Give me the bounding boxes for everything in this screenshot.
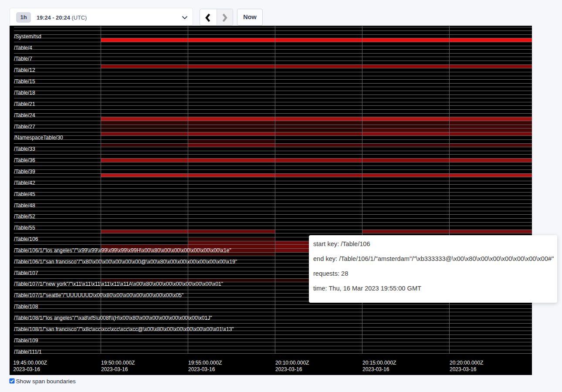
svg-text:/Table/48: /Table/48 [14, 202, 35, 208]
svg-text:/Table/21: /Table/21 [14, 101, 35, 107]
svg-text:/Table/27: /Table/27 [14, 123, 35, 129]
svg-text:2023-03-16: 2023-03-16 [101, 366, 128, 372]
svg-text:19:45:00.000Z: 19:45:00.000Z [13, 359, 47, 365]
svg-text:/Table/33: /Table/33 [14, 146, 35, 152]
svg-text:/NamespaceTable/30: /NamespaceTable/30 [14, 135, 63, 141]
svg-text:/Table/106/1/"los angeles"/"\x: /Table/106/1/"los angeles"/"\x99\x99\x99… [14, 247, 231, 253]
svg-text:/Table/4: /Table/4 [14, 44, 32, 51]
svg-text:/Table/42: /Table/42 [14, 179, 35, 186]
svg-text:/System/tsd: /System/tsd [14, 33, 41, 39]
svg-text:/Table/106/1/"san francisco"/": /Table/106/1/"san francisco"/"\x80\x00\x… [14, 258, 237, 264]
svg-text:/Table/18: /Table/18 [14, 90, 35, 96]
svg-text:20:15:00.000Z: 20:15:00.000Z [362, 359, 396, 365]
svg-text:/Table/108/1/"los angeles"/"\x: /Table/108/1/"los angeles"/"\xa8\xf5\u00… [14, 315, 212, 321]
svg-text:/Table/108/1/"san francisco"/": /Table/108/1/"san francisco"/"\x8c\xcc\x… [14, 326, 234, 332]
svg-text:/Table/7: /Table/7 [14, 56, 32, 62]
svg-text:2023-03-16: 2023-03-16 [188, 366, 215, 372]
svg-text:/Table/106: /Table/106 [14, 236, 38, 242]
svg-text:/Table/12: /Table/12 [14, 67, 35, 73]
svg-text:19:55:00.000Z: 19:55:00.000Z [188, 359, 222, 365]
svg-text:2023-03-16: 2023-03-16 [450, 366, 477, 372]
svg-text:/Table/39: /Table/39 [14, 168, 35, 174]
svg-text:19:50:00.000Z: 19:50:00.000Z [101, 359, 135, 365]
svg-text:/Table/109: /Table/109 [14, 337, 38, 343]
svg-text:/Table/55: /Table/55 [14, 225, 35, 231]
svg-text:2023-03-16: 2023-03-16 [275, 366, 302, 372]
svg-text:/Table/24: /Table/24 [14, 112, 35, 118]
svg-text:/Table/36: /Table/36 [14, 157, 35, 163]
svg-text:20:20:00.000Z: 20:20:00.000Z [450, 359, 483, 365]
svg-text:/Table/108: /Table/108 [14, 304, 38, 310]
svg-text:/Table/107: /Table/107 [14, 270, 38, 276]
svg-text:/Table/52: /Table/52 [14, 213, 35, 220]
svg-text:/Table/45: /Table/45 [14, 191, 35, 197]
svg-text:/Table/107/1/"seattle"/"UUUUUU: /Table/107/1/"seattle"/"UUUUUUD\x00\x80\… [14, 292, 183, 298]
svg-text:2023-03-16: 2023-03-16 [362, 366, 389, 372]
svg-text:/Table/107/1/"new york"/"\x11\: /Table/107/1/"new york"/"\x11\x11\x11\x1… [14, 281, 223, 287]
svg-text:/Table/111/1: /Table/111/1 [14, 348, 42, 355]
svg-text:20:10:00.000Z: 20:10:00.000Z [275, 359, 309, 365]
svg-text:2023-03-16: 2023-03-16 [13, 366, 40, 372]
svg-text:/Table/15: /Table/15 [14, 78, 35, 84]
